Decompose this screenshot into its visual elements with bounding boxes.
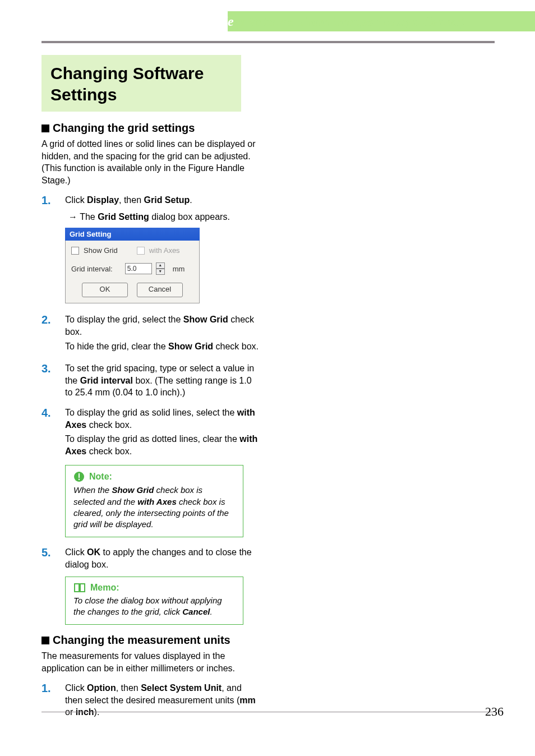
memo-body: To close the dialog box without applying… — [73, 595, 235, 618]
label-grid-interval: Grid interval: — [71, 265, 113, 273]
units-step-1: 1. Click Option, then Select System Unit… — [41, 682, 259, 718]
note-callout: Note: When the Show Grid check box is se… — [65, 465, 243, 537]
cancel-button[interactable]: Cancel — [137, 283, 183, 297]
step-5-body: Click OK to apply the changes and to clo… — [65, 546, 259, 570]
t: check box. — [86, 420, 132, 430]
t: , then — [116, 683, 141, 693]
intro-paragraph-units: The measurements for values displayed in… — [41, 650, 259, 674]
units-step-1-body: Click Option, then Select System Unit, a… — [65, 682, 259, 718]
step-1: 1. Click Display, then Grid Setup. — [41, 194, 259, 206]
memo-header: Memo: — [73, 583, 235, 593]
subheading-row: Changing the measurement units — [41, 634, 259, 647]
spin-down-icon[interactable]: ▼ — [156, 269, 165, 275]
t: Click — [65, 195, 87, 205]
step-number: 2. — [41, 314, 65, 326]
chapter-title-trail: ry Patterns From Images (Design Center) — [234, 14, 465, 29]
step-4: 4. To display the grid as solid lines, s… — [41, 407, 259, 459]
label-show-grid: Show Grid — [84, 246, 118, 255]
unit-mm: mm — [173, 265, 185, 273]
page-header: Manually Creating Embroidery Patterns Fr… — [0, 11, 535, 31]
step-2-body: To display the grid, select the Show Gri… — [65, 314, 259, 354]
menu-display: Display — [87, 195, 119, 205]
svg-rect-1 — [79, 473, 80, 478]
menu-option: Option — [87, 683, 116, 693]
memo-callout: Memo: To close the dialog box without ap… — [65, 577, 243, 625]
dialog-panel: Show Grid with Axes Grid interval: 5.0 ▲… — [65, 241, 200, 303]
ref-show-grid: Show Grid — [112, 485, 154, 495]
top-rule — [41, 41, 495, 43]
dialog-titlebar: Grid Setting — [65, 228, 200, 241]
bottom-rule — [41, 712, 495, 712]
menu-grid-setup: Grid Setup — [144, 195, 190, 205]
t: . — [190, 195, 192, 205]
chapter-title: Manually Creating Embroidery Patterns Fr… — [0, 11, 535, 31]
square-bullet-icon — [41, 125, 49, 132]
step-1-body: Click Display, then Grid Setup. — [65, 194, 259, 206]
grid-setting-dialog: Grid Setting Show Grid with Axes Grid in… — [65, 228, 200, 303]
checkbox-show-grid[interactable] — [71, 247, 79, 255]
step-3-body: To set the grid spacing, type or select … — [65, 362, 259, 399]
step-4-body: To display the grid as solid lines, sele… — [65, 407, 259, 459]
ok-button[interactable]: OK — [82, 283, 128, 297]
step-3: 3. To set the grid spacing, type or sele… — [41, 362, 259, 399]
t: To display the grid as solid lines, sele… — [65, 408, 237, 417]
svg-rect-2 — [79, 479, 80, 481]
section-heading-band: Changing Software Settings — [41, 55, 241, 112]
t: check box. — [213, 342, 259, 351]
t: dialog box appears. — [149, 212, 230, 222]
t: To hide the grid, clear the — [65, 342, 168, 351]
step-1-result: → The Grid Setting dialog box appears. — [68, 212, 259, 222]
dialog-row-checkboxes: Show Grid with Axes — [71, 246, 193, 255]
step-number: 1. — [41, 682, 65, 694]
content-area: Changing Software Settings Changing the … — [41, 55, 495, 723]
t: → The — [68, 212, 98, 222]
page-number: 236 — [485, 704, 504, 719]
book-icon — [73, 583, 86, 593]
t: When the — [73, 485, 112, 495]
left-column: Changing the grid settings A grid of dot… — [41, 122, 259, 718]
step-number: 5. — [41, 546, 65, 559]
ref-ok: OK — [87, 547, 100, 557]
spinner-buttons[interactable]: ▲▼ — [156, 262, 165, 275]
note-header: Note: — [73, 471, 235, 482]
t: , then — [119, 195, 144, 205]
spin-up-icon[interactable]: ▲ — [156, 262, 165, 269]
note-label: Note: — [89, 472, 112, 482]
t: Click — [65, 547, 87, 557]
t: . — [210, 607, 212, 616]
step-number: 1. — [41, 194, 65, 206]
ref-grid-interval: Grid interval — [80, 376, 133, 385]
step-number: 4. — [41, 407, 65, 419]
label-with-axes: with Axes — [149, 246, 180, 255]
ref-with-axes: with Axes — [137, 497, 176, 506]
grid-interval-input[interactable]: 5.0 — [125, 263, 152, 274]
subheading-grid: Changing the grid settings — [53, 122, 195, 135]
square-bullet-icon — [41, 637, 49, 644]
subheading-units: Changing the measurement units — [53, 634, 230, 647]
step-number: 3. — [41, 362, 65, 375]
ref-show-grid: Show Grid — [168, 342, 213, 351]
checkbox-with-axes[interactable] — [137, 247, 145, 255]
memo-label: Memo: — [90, 583, 119, 593]
step-2: 2. To display the grid, select the Show … — [41, 314, 259, 354]
ref-show-grid: Show Grid — [183, 315, 228, 324]
section-heading: Changing Software Settings — [50, 63, 232, 105]
t: check box. — [86, 446, 132, 456]
alert-icon — [73, 471, 85, 482]
intro-paragraph-grid: A grid of dotted lines or solid lines ca… — [41, 138, 259, 186]
dialog-row-interval: Grid interval: 5.0 ▲▼ mm — [71, 262, 193, 275]
ref-cancel: Cancel — [182, 607, 210, 616]
t: To display the grid as dotted lines, cle… — [65, 434, 239, 444]
chapter-title-lead: Manually Creating Embroide — [70, 14, 234, 29]
dialog-name: Grid Setting — [98, 212, 149, 222]
note-body: When the Show Grid check box is selected… — [73, 485, 235, 530]
step-5: 5. Click OK to apply the changes and to … — [41, 546, 259, 570]
dialog-button-row: OK Cancel — [71, 283, 193, 297]
t: Click — [65, 683, 87, 693]
unit-mm: mm — [239, 695, 255, 705]
t: To display the grid, select the — [65, 315, 183, 324]
subheading-row: Changing the grid settings — [41, 122, 259, 135]
menu-select-system-unit: Select System Unit — [141, 683, 222, 693]
